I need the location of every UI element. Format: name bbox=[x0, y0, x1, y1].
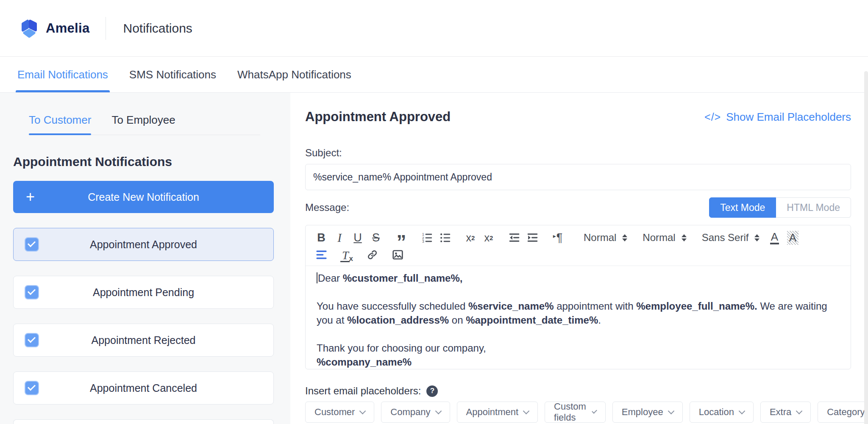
header-picker-value: Normal bbox=[643, 232, 675, 244]
notification-label: Appointment Rejected bbox=[92, 334, 196, 346]
placeholder-dropdown-employee[interactable]: Employee bbox=[612, 402, 683, 423]
updown-arrows-icon bbox=[622, 234, 627, 241]
code-icon: </> bbox=[704, 111, 721, 123]
italic-button[interactable]: I bbox=[332, 230, 347, 245]
notification-label: Appointment Approved bbox=[90, 238, 197, 251]
html-mode-button[interactable]: HTML Mode bbox=[776, 197, 851, 218]
superscript-button[interactable]: x2 bbox=[481, 230, 496, 245]
placeholder-dropdown-extra[interactable]: Extra bbox=[760, 402, 811, 423]
notification-item-appointment-pending[interactable]: Appointment Pending bbox=[13, 276, 274, 309]
placeholder-group-buttons: Customer Company Appointment Custom fiel… bbox=[305, 402, 851, 423]
html-mode-label: HTML Mode bbox=[787, 202, 840, 213]
brand-name: Amelia bbox=[46, 21, 89, 36]
tab-sms-notifications[interactable]: SMS Notifications bbox=[129, 57, 216, 92]
header-picker[interactable]: Normal bbox=[643, 232, 686, 244]
checkbox-checked-icon[interactable] bbox=[25, 285, 39, 299]
underline-button[interactable]: U bbox=[351, 230, 365, 245]
updown-arrows-icon bbox=[682, 234, 687, 241]
notification-item-appointment-canceled[interactable]: Appointment Canceled bbox=[13, 371, 274, 405]
subject-label: Subject: bbox=[305, 147, 851, 159]
background-color-button[interactable]: A bbox=[785, 230, 800, 245]
amelia-logo-icon bbox=[19, 17, 40, 39]
tab-to-employee[interactable]: To Employee bbox=[111, 114, 175, 135]
subscript-button[interactable]: x2 bbox=[463, 230, 478, 245]
text-mode-label: Text Mode bbox=[720, 202, 765, 213]
chevron-down-icon bbox=[668, 407, 674, 414]
message-paragraph: You have successfully scheduled %service… bbox=[317, 299, 840, 327]
indent-button[interactable] bbox=[525, 230, 540, 245]
svg-text:3: 3 bbox=[422, 239, 424, 243]
image-icon bbox=[392, 249, 403, 260]
checkbox-checked-icon[interactable] bbox=[25, 381, 39, 395]
image-button[interactable] bbox=[390, 247, 405, 262]
size-picker[interactable]: Normal bbox=[584, 232, 627, 244]
link-icon bbox=[367, 249, 378, 260]
blockquote-button[interactable]: ” bbox=[394, 226, 409, 249]
tab-label: To Employee bbox=[111, 114, 175, 126]
ordered-list-icon: 123 bbox=[421, 232, 433, 244]
notifications-sidebar: To Customer To Employee Appointment Noti… bbox=[0, 93, 290, 424]
tab-to-customer[interactable]: To Customer bbox=[29, 114, 91, 135]
tab-email-notifications[interactable]: Email Notifications bbox=[17, 57, 108, 92]
rich-text-editor: B I U S ” 123 x2 bbox=[305, 225, 851, 369]
chevron-down-icon bbox=[739, 407, 746, 414]
subject-input[interactable] bbox=[305, 164, 851, 190]
notification-channel-tabs: Email Notifications SMS Notifications Wh… bbox=[0, 57, 868, 93]
plus-icon: + bbox=[26, 189, 35, 205]
align-button[interactable] bbox=[314, 247, 328, 262]
link-label: Show Email Placeholders bbox=[726, 111, 851, 124]
chevron-down-icon bbox=[796, 407, 803, 414]
tab-label: SMS Notifications bbox=[129, 68, 216, 81]
link-button[interactable] bbox=[365, 247, 379, 262]
text-direction-button[interactable]: ▸ ¶ bbox=[551, 230, 565, 245]
amelia-notifications-page: Amelia Notifications Email Notifications… bbox=[0, 0, 868, 424]
placeholder-dropdown-appointment[interactable]: Appointment bbox=[457, 402, 538, 423]
bold-button[interactable]: B bbox=[314, 230, 328, 245]
editor-toolbar: B I U S ” 123 x2 bbox=[306, 225, 851, 266]
notification-label: Appointment Pending bbox=[93, 286, 194, 299]
create-new-notification-button[interactable]: + Create New Notification bbox=[13, 181, 274, 213]
checkbox-checked-icon[interactable] bbox=[25, 333, 39, 347]
placeholder-dropdown-category[interactable]: Category bbox=[818, 402, 868, 423]
help-icon[interactable]: ? bbox=[426, 385, 438, 397]
notification-item-partial[interactable] bbox=[13, 419, 274, 424]
bullet-list-button[interactable] bbox=[438, 230, 452, 245]
text-cursor bbox=[317, 272, 317, 283]
chevron-down-icon bbox=[592, 408, 598, 414]
outdent-button[interactable] bbox=[507, 230, 521, 245]
header-divider bbox=[106, 17, 106, 40]
text-color-icon: A bbox=[770, 231, 779, 244]
placeholder-dropdown-custom-fields[interactable]: Custom fields bbox=[545, 402, 606, 423]
create-button-label: Create New Notification bbox=[88, 191, 199, 203]
text-mode-button[interactable]: Text Mode bbox=[709, 197, 776, 218]
message-paragraph: Dear %customer_full_name%, bbox=[317, 271, 840, 285]
tab-whatsapp-notifications[interactable]: WhatsApp Notifications bbox=[237, 57, 351, 92]
placeholder-dropdown-company[interactable]: Company bbox=[381, 402, 450, 423]
notification-item-appointment-approved[interactable]: Appointment Approved bbox=[13, 228, 274, 261]
placeholder-dropdown-location[interactable]: Location bbox=[690, 402, 754, 423]
placeholder-dropdown-customer[interactable]: Customer bbox=[305, 402, 374, 423]
message-line: Thank you for choosing our company, bbox=[317, 342, 486, 354]
strikethrough-button[interactable]: S bbox=[369, 230, 383, 245]
size-picker-value: Normal bbox=[584, 232, 616, 244]
show-email-placeholders-link[interactable]: </> Show Email Placeholders bbox=[704, 111, 851, 124]
tab-label: To Customer bbox=[29, 114, 91, 126]
message-body-editor[interactable]: Dear %customer_full_name%, You have succ… bbox=[306, 266, 851, 369]
notification-editor-panel: Appointment Approved </> Show Email Plac… bbox=[290, 93, 868, 424]
recipient-tabs: To Customer To Employee bbox=[29, 93, 260, 135]
checkbox-checked-icon[interactable] bbox=[25, 237, 39, 252]
text-color-button[interactable]: A bbox=[767, 230, 782, 245]
ordered-list-button[interactable]: 123 bbox=[420, 230, 434, 245]
insert-placeholders-label: Insert email placeholders: bbox=[305, 385, 421, 397]
page-title: Notifications bbox=[123, 21, 192, 36]
message-paragraph: Thank you for choosing our company, %com… bbox=[317, 341, 840, 369]
notification-item-appointment-rejected[interactable]: Appointment Rejected bbox=[13, 324, 274, 357]
clean-format-icon: T bbox=[340, 250, 350, 262]
page-scrollbar[interactable] bbox=[864, 71, 868, 424]
notification-label: Appointment Canceled bbox=[90, 382, 197, 394]
font-picker[interactable]: Sans Serif bbox=[702, 232, 760, 244]
notification-title: Appointment Approved bbox=[305, 109, 451, 125]
direction-arrow-icon: ▸ bbox=[553, 233, 556, 239]
message-label: Message: bbox=[305, 202, 349, 213]
clean-format-button[interactable]: T x bbox=[339, 247, 354, 262]
